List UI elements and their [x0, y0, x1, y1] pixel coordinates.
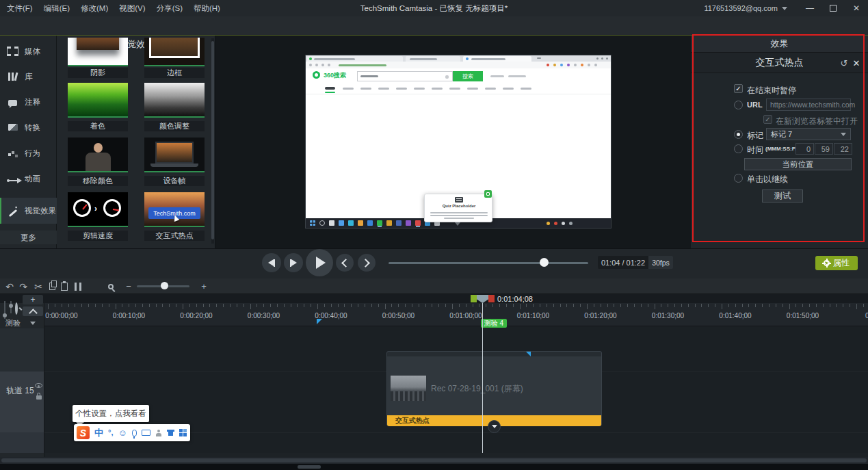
seek-slider[interactable] — [389, 262, 588, 264]
ime-toolbar[interactable]: S 中 °, ☺ — [74, 424, 190, 441]
minimize-button[interactable]: — — [798, 0, 821, 16]
time-minutes-input[interactable]: 0 — [795, 143, 814, 155]
properties-button[interactable]: 属性 — [815, 256, 858, 270]
time-display: 01:04 / 01:22 — [598, 256, 648, 269]
copy-button[interactable] — [45, 280, 59, 292]
effect-thumb-border[interactable] — [144, 38, 205, 66]
menu-item[interactable]: 帮助(H) — [194, 3, 220, 14]
track-visibility-icon[interactable] — [35, 383, 42, 388]
effect-thumb-colorize[interactable] — [68, 83, 128, 118]
track-scale-knob[interactable] — [9, 304, 13, 308]
timeline-ruler[interactable]: 0:00:00;000:00:10;000:00:20;000:00:30;00… — [44, 303, 868, 326]
sidebar-item-library[interactable]: 库 — [0, 68, 57, 86]
click-to-continue-radio[interactable] — [734, 174, 743, 183]
playhead-line[interactable] — [482, 303, 483, 453]
timeline-top-strip — [0, 294, 868, 303]
microphone-icon[interactable] — [132, 430, 137, 436]
timeline-clip[interactable]: Rec 07-28-19_001 (屏幕) 交互式热点 — [386, 351, 602, 426]
restore-button[interactable] — [821, 0, 845, 16]
next-frame-button[interactable] — [284, 253, 303, 272]
marker-radio[interactable] — [734, 130, 743, 139]
selection-in-handle[interactable] — [471, 295, 477, 302]
close-icon[interactable]: ✕ — [851, 57, 862, 68]
test-button[interactable]: 测试 — [762, 190, 803, 203]
collapse-tracks-button[interactable] — [23, 306, 43, 316]
horizontal-scrollbar-thumb[interactable] — [1, 458, 867, 462]
play-button[interactable] — [306, 249, 333, 276]
gallery-scrollbar-thumb[interactable] — [211, 41, 214, 239]
current-position-button[interactable]: 当前位置 — [744, 158, 852, 170]
sidebar-item-transitions[interactable]: 转换 — [0, 118, 57, 136]
time-seconds-input[interactable]: 59 — [815, 143, 833, 155]
ruler-label: 0:00:20;00 — [180, 312, 212, 319]
chevron-down-icon — [492, 425, 497, 428]
time-frames-input[interactable]: 22 — [834, 143, 852, 155]
skin-icon[interactable] — [167, 430, 174, 436]
emoji-icon[interactable]: ☺ — [118, 428, 127, 437]
sidebar-item-animations[interactable]: 动画 — [0, 170, 57, 187]
browser-tab — [463, 56, 531, 62]
redo-button[interactable]: ↷ — [16, 280, 30, 292]
gutter-zoom-icon — [15, 302, 18, 315]
hotspot-collapse-button[interactable] — [488, 420, 501, 433]
person-icon[interactable] — [155, 430, 162, 436]
reset-icon[interactable]: ↺ — [839, 57, 850, 68]
add-track-button[interactable]: + — [23, 295, 43, 304]
menu-item[interactable]: 视图(V) — [119, 3, 145, 14]
sidebar-item-visual-effects[interactable]: 视觉效果 — [0, 198, 57, 224]
effect-thumb-clip-speed[interactable]: › — [68, 192, 128, 227]
sidebar-item-media[interactable]: 媒体 — [0, 42, 57, 60]
effect-thumb-interactive-hotspot[interactable]: TechSmith.com — [144, 192, 205, 227]
account-email: 1176513592@qq.com — [704, 4, 778, 12]
quiz-badge[interactable]: 测验 4 — [481, 319, 507, 328]
quiz-marker-icon[interactable] — [317, 319, 322, 324]
effect-label: 交互式热点 — [144, 231, 205, 241]
url-input[interactable]: https://www.techsmith.com — [766, 99, 851, 111]
time-radio[interactable] — [734, 144, 743, 153]
paste-button[interactable] — [57, 280, 71, 292]
keyboard-icon[interactable] — [142, 430, 150, 436]
menu-item[interactable]: 编辑(E) — [44, 3, 70, 14]
effect-thumb-shadow[interactable] — [68, 38, 128, 66]
ime-tooltip: 个性设置，点我看看 — [73, 405, 149, 422]
account-menu[interactable]: 1176513592@qq.com — [704, 0, 787, 16]
menu-item[interactable]: 文件(F) — [7, 3, 33, 14]
film-icon — [7, 47, 18, 56]
selection-out-handle[interactable] — [488, 295, 495, 302]
cut-button[interactable]: ✂ — [31, 280, 45, 292]
menu-item[interactable]: 修改(M) — [81, 3, 108, 14]
timeline-zoom-out[interactable]: − — [122, 280, 135, 292]
video-preview[interactable]: 360搜索 搜索 Quiz Placeholder — [306, 55, 611, 228]
effect-thumb-device-frame[interactable] — [144, 138, 205, 172]
sidebar-item-behaviors[interactable]: 行为 — [0, 144, 57, 162]
close-button[interactable]: ✕ — [845, 0, 868, 16]
timeline-zoom-handle[interactable] — [161, 282, 168, 289]
quiz-selector[interactable]: 测验 — [0, 318, 44, 328]
undo-button[interactable]: ↶ — [3, 280, 16, 292]
split-button[interactable] — [71, 280, 85, 292]
paste-icon — [61, 283, 68, 291]
track-lock-icon[interactable] — [36, 395, 42, 400]
ime-mode-chinese[interactable]: 中 — [94, 428, 103, 437]
sidebar-item-annotations[interactable]: 注释 — [0, 93, 57, 111]
sogou-logo-icon[interactable]: S — [77, 426, 90, 439]
jump-back-button[interactable] — [336, 254, 354, 272]
pause-at-end-checkbox[interactable]: ✓ — [734, 84, 743, 93]
toolbox-grid-icon[interactable] — [179, 429, 187, 436]
track-name: 轨道 15 — [6, 385, 34, 397]
open-new-tab-checkbox[interactable]: ✓ — [763, 115, 772, 124]
sidebar-more-button[interactable]: 更多 — [0, 231, 57, 244]
effect-thumb-color-adjust[interactable] — [144, 83, 205, 118]
bottom-scroll-thumb[interactable] — [298, 465, 321, 469]
menu-item[interactable]: 分享(S) — [157, 3, 183, 14]
effect-thumb-remove-color[interactable] — [68, 138, 128, 172]
jump-forward-button[interactable] — [358, 254, 376, 272]
track-height-knob[interactable] — [3, 313, 7, 317]
url-radio[interactable] — [734, 101, 743, 109]
previous-frame-button[interactable] — [262, 253, 281, 272]
clip-marker-icon[interactable] — [526, 352, 531, 356]
timeline-zoom-in[interactable]: + — [197, 280, 211, 292]
marker-select[interactable]: 标记 7 — [766, 128, 851, 140]
seek-handle[interactable] — [540, 258, 549, 267]
ime-punctuation[interactable]: °, — [108, 429, 113, 436]
